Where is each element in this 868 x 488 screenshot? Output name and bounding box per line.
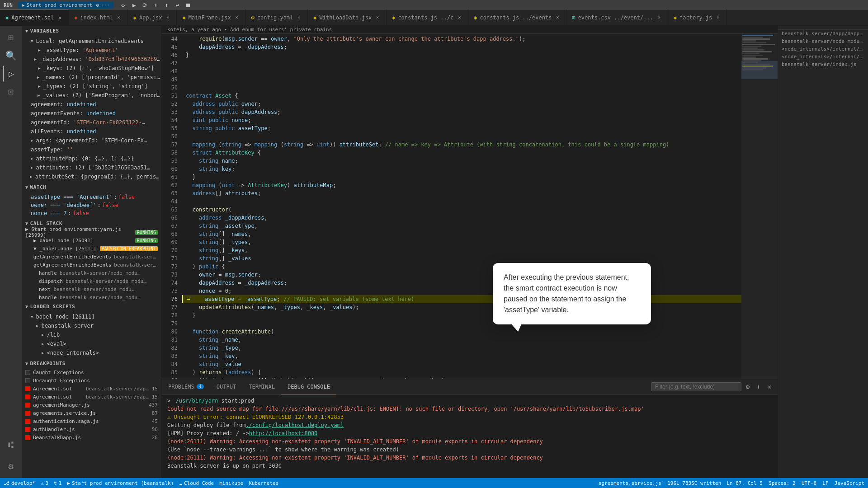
- status-debug-env[interactable]: ▶ Start prod environment (beanstalk): [67, 480, 174, 486]
- close-icon[interactable]: ×: [296, 14, 302, 20]
- panel-maximize-btn[interactable]: ⬆: [754, 382, 763, 391]
- explorer-icon[interactable]: ⊞: [3, 29, 19, 46]
- close-icon[interactable]: ×: [234, 14, 240, 20]
- stop-btn[interactable]: ⏹: [184, 0, 193, 9]
- bp-uncaught[interactable]: Uncaught Exceptions: [22, 376, 161, 385]
- console-link[interactable]: ./config/localhost.deploy.yaml: [245, 421, 344, 429]
- var-agreement[interactable]: agreement: undefined: [22, 100, 161, 109]
- step-back-btn[interactable]: ↩: [173, 0, 182, 9]
- stack-frame-3[interactable]: handle beanstalk-server/node_modules/exp…: [22, 269, 161, 277]
- tab-agreement-sol[interactable]: ◆ Agreement.sol ×: [0, 9, 69, 25]
- status-branch[interactable]: ⎇ develop*: [4, 480, 35, 486]
- bp-checkbox[interactable]: [25, 370, 30, 375]
- bp-checkbox[interactable]: [25, 403, 30, 408]
- tab-mainframe-jsx[interactable]: ◈ MainFrame.jsx ×: [177, 9, 245, 25]
- stack-frame-6[interactable]: handle beanstalk-server/node_modules/exp…: [22, 293, 161, 301]
- variables-header[interactable]: ▼ VARIABLES: [22, 26, 161, 36]
- tab-constants-js-arc[interactable]: ◈ constants.js ../c ×: [387, 9, 468, 25]
- env-pill[interactable]: ▶ Start prod environment ⚙ ···: [18, 2, 113, 9]
- bp-beanstalkdapp[interactable]: BeanstalkDapp.js 28: [22, 433, 161, 441]
- var-names[interactable]: ▶ _names: (2) ['programId', 'permissions…: [22, 73, 161, 82]
- status-warnings[interactable]: ↯ 1: [54, 480, 61, 486]
- stack-frame-1[interactable]: getAgreementEnrichedEvents beanstalk-ser…: [22, 253, 161, 261]
- var-agreementid[interactable]: agreementId: 'STEM-Corn-EX0263122-dealer…: [22, 118, 161, 127]
- tab-events-csv[interactable]: ⊞ events.csv ../event/... ×: [566, 9, 668, 25]
- var-values[interactable]: ▶ _values: (2) ['SeedProgram', 'nobody']: [22, 91, 161, 100]
- close-icon[interactable]: ×: [57, 15, 63, 21]
- debug-icon[interactable]: ▷: [3, 66, 19, 82]
- restart-btn[interactable]: ⟳: [141, 0, 150, 9]
- tab-problems[interactable]: PROBLEMS 4: [162, 379, 210, 395]
- status-cloud-code[interactable]: ☁ Cloud Code: [179, 480, 214, 486]
- close-icon[interactable]: ×: [116, 14, 122, 20]
- tab-debug-console[interactable]: DEBUG CONSOLE: [281, 379, 336, 395]
- panel-settings-btn[interactable]: ⚙: [743, 382, 752, 391]
- var-args[interactable]: ▶ args: {agreementId: 'STEM-Corn-EX02631…: [22, 136, 161, 145]
- bp-authentication-saga[interactable]: authentication.saga.js 45: [22, 417, 161, 425]
- step-out-btn[interactable]: ⬆: [162, 0, 171, 9]
- local-scope-item[interactable]: ▼ Local: getAgreementEnrichedEvents: [22, 37, 161, 46]
- panel-close-btn[interactable]: ×: [765, 382, 774, 391]
- stack-frame-4[interactable]: dispatch beanstalk-server/node_modules/e…: [22, 277, 161, 285]
- bp-agreementmanager[interactable]: agreementManager.js 437: [22, 401, 161, 409]
- status-position[interactable]: Ln 87, Col 5 Spaces: 2 UTF-8 LF JavaScri…: [726, 480, 864, 486]
- breakpoints-header[interactable]: ▼ BREAKPOINTS: [22, 358, 161, 368]
- tab-index-html[interactable]: ◈ index.html ×: [69, 9, 127, 25]
- bp-checkbox[interactable]: [25, 419, 30, 424]
- tab-output[interactable]: OUTPUT: [210, 379, 242, 395]
- step-into-btn[interactable]: ⬇: [151, 0, 160, 9]
- loaded-scripts-header[interactable]: ▼ LOADED SCRIPTS: [22, 301, 161, 311]
- console-link-localhost[interactable]: http://localhost:8080: [249, 429, 318, 437]
- bp-agreement-sol-1[interactable]: Agreement.sol beanstalk-server/dapp/agre…: [22, 385, 161, 393]
- var-dappaddress[interactable]: ▶ _dappAddress: '0xb837c3fb424966362b909…: [22, 55, 161, 64]
- bp-agreement-sol-2[interactable]: Agreement.sol beanstalk-server/dapp/agre…: [22, 393, 161, 401]
- tab-withloaddata-jsx[interactable]: ◈ WithLoadData.jsx ×: [308, 9, 387, 25]
- bp-checkbox[interactable]: [25, 435, 30, 440]
- filter-input[interactable]: [651, 382, 741, 391]
- var-assettype2[interactable]: assetType: '': [22, 145, 161, 154]
- console-file[interactable]: /usr/bin/yarn: [175, 397, 218, 405]
- source-control-icon[interactable]: ⑆: [3, 436, 19, 453]
- bp-authhandler[interactable]: authHandler.js 50: [22, 425, 161, 433]
- close-icon[interactable]: ×: [656, 14, 662, 20]
- var-attributeset[interactable]: ▶ attributeSet: {programId: {…}, permiss…: [22, 172, 161, 181]
- close-icon[interactable]: ×: [554, 14, 561, 20]
- bp-caught[interactable]: Caught Exceptions: [22, 368, 161, 376]
- script-babel-node[interactable]: ▼ babel-node [26111]: [22, 312, 161, 321]
- bp-checkbox[interactable]: [25, 394, 30, 399]
- bp-checkbox[interactable]: [25, 378, 30, 383]
- status-errors[interactable]: ⚠ 3: [41, 480, 48, 486]
- bp-checkbox[interactable]: [25, 411, 30, 416]
- var-types[interactable]: ▶ _types: (2) ['string', 'string']: [22, 82, 161, 91]
- step-over-btn[interactable]: ⤼: [119, 0, 128, 9]
- bp-checkbox[interactable]: [25, 386, 30, 391]
- var-allevents[interactable]: allEvents: undefined: [22, 127, 161, 136]
- script-lib[interactable]: ▶ /lib: [22, 330, 161, 339]
- stack-frame-2[interactable]: getAgreementEnrichedEvents beanstalk-ser…: [22, 261, 161, 269]
- var-assettype[interactable]: ▶ _assetType: 'Agreement': [22, 46, 161, 55]
- search-icon[interactable]: 🔍: [3, 47, 19, 64]
- status-minikube[interactable]: minikube: [219, 480, 243, 486]
- tab-config-yaml[interactable]: ⚙ config.yaml ×: [246, 9, 308, 25]
- extensions-icon[interactable]: ⊡: [3, 84, 19, 100]
- script-beanstalk[interactable]: ▶ beanstalk-server: [22, 321, 161, 330]
- stack-babel-node-26111-parent[interactable]: ▼ _babel-node [26111] PAUSED ON BREAKPOI…: [22, 244, 161, 253]
- var-agreementevents[interactable]: agreementEvents: undefined: [22, 109, 161, 118]
- tab-constants-js-events[interactable]: ◈ constants.js ../events ×: [468, 9, 566, 25]
- close-icon[interactable]: ×: [715, 14, 721, 20]
- tab-factory-js[interactable]: ◈ factory.js ×: [668, 9, 727, 25]
- var-attributemap[interactable]: ▶ attributeMap: {0: {…}, 1: {…}}: [22, 154, 161, 163]
- tab-terminal[interactable]: TERMINAL: [242, 379, 281, 395]
- tab-app-jsx[interactable]: ◈ App.jsx ×: [128, 9, 177, 25]
- settings-icon[interactable]: ⚙: [3, 458, 19, 474]
- stack-frame-5[interactable]: next beanstalk-server/node_modules/expre…: [22, 285, 161, 293]
- stack-start-prod[interactable]: ▶ Start prod environment:yarn.js [25999]…: [22, 228, 161, 236]
- script-eval[interactable]: ▶ <eval>: [22, 339, 161, 348]
- stack-babel-node-26091[interactable]: ▶ babel-node [26091] RUNNING: [22, 236, 161, 244]
- bp-checkbox[interactable]: [25, 427, 30, 432]
- watch-header[interactable]: ▼ WATCH: [22, 182, 161, 192]
- close-icon[interactable]: ×: [456, 14, 462, 20]
- bp-agreements-service[interactable]: agreements.service.js 87: [22, 409, 161, 417]
- continue-btn[interactable]: ▶: [130, 0, 139, 9]
- status-kubernetes[interactable]: Kubernetes: [249, 480, 278, 486]
